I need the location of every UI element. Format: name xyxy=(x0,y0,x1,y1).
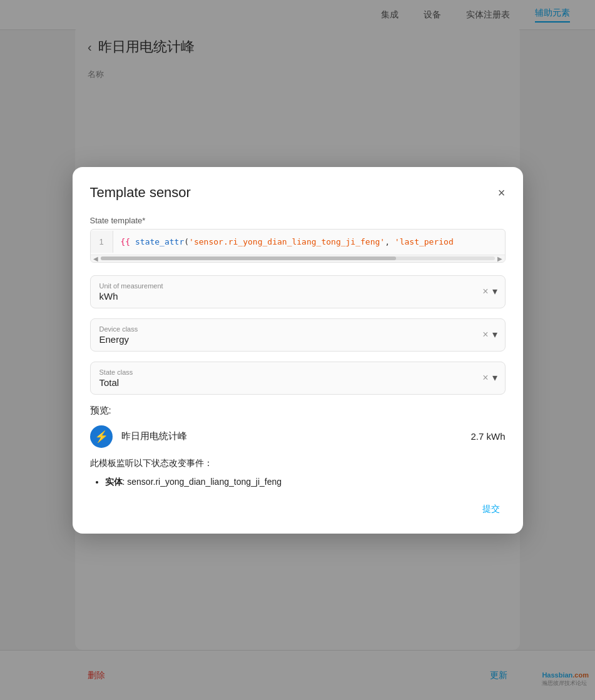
modal-title: Template sensor xyxy=(90,184,191,200)
state-class-dropdown-arrow-icon[interactable]: ▾ xyxy=(492,372,497,383)
scroll-track xyxy=(101,256,495,260)
modal-footer: 提交 xyxy=(90,500,506,519)
listener-entity-bold: 实体 xyxy=(105,476,123,486)
preview-row: ⚡ 昨日用电统计峰 2.7 kWh xyxy=(90,425,506,447)
state-template-editor[interactable]: 1 {{ state_attr('sensor.ri_yong_dian_lia… xyxy=(90,228,506,262)
device-class-field[interactable]: Device class Energy × ▾ xyxy=(90,318,506,351)
unit-dropdown-arrow-icon[interactable]: ▾ xyxy=(492,285,497,297)
code-brace-open: {{ xyxy=(121,237,131,246)
device-class-controls: × ▾ xyxy=(482,328,497,340)
unit-of-measurement-field[interactable]: Unit of measurement kWh × ▾ xyxy=(90,275,506,308)
unit-of-measurement-value: kWh xyxy=(99,290,496,301)
code-paren: ( xyxy=(184,237,189,246)
scroll-thumb xyxy=(101,256,397,260)
preview-label: 预览: xyxy=(90,404,506,416)
unit-of-measurement-label: Unit of measurement xyxy=(99,282,496,289)
state-class-label: State class xyxy=(99,368,496,375)
device-class-value: Energy xyxy=(99,333,496,344)
code-function: state_attr xyxy=(135,237,184,246)
state-class-field[interactable]: State class Total × ▾ xyxy=(90,361,506,394)
code-arg2: 'last_period xyxy=(395,237,454,246)
state-template-label: State template* xyxy=(90,215,506,225)
code-scrollbar[interactable]: ◀ ▶ xyxy=(91,254,505,261)
modal-close-button[interactable]: × xyxy=(498,186,506,198)
preview-entity-value: 2.7 kWh xyxy=(470,431,505,442)
state-class-controls: × ▾ xyxy=(482,372,497,383)
device-class-clear-icon[interactable]: × xyxy=(482,329,488,340)
template-sensor-modal: Template sensor × State template* 1 {{ s… xyxy=(73,166,523,533)
code-comma: , xyxy=(385,237,395,246)
listener-entity-value: : sensor.ri_yong_dian_liang_tong_ji_feng xyxy=(123,476,282,486)
state-class-clear-icon[interactable]: × xyxy=(482,372,488,383)
line-number: 1 xyxy=(91,231,113,253)
device-class-dropdown-arrow-icon[interactable]: ▾ xyxy=(492,328,497,340)
listener-list: 实体: sensor.ri_yong_dian_liang_tong_ji_fe… xyxy=(90,474,506,489)
listener-item: 实体: sensor.ri_yong_dian_liang_tong_ji_fe… xyxy=(105,474,506,489)
device-class-label: Device class xyxy=(99,325,496,332)
preview-entity-name: 昨日用电统计峰 xyxy=(121,430,462,442)
modal-header: Template sensor × xyxy=(90,184,506,200)
unit-dropdown-controls: × ▾ xyxy=(482,285,497,297)
unit-clear-icon[interactable]: × xyxy=(482,286,488,297)
listener-text: 此模板监听以下状态改变事件： xyxy=(90,457,506,469)
code-arg1: 'sensor.ri_yong_dian_liang_tong_ji_feng' xyxy=(189,237,385,246)
scroll-left-icon[interactable]: ◀ xyxy=(93,255,98,261)
code-line-1: 1 {{ state_attr('sensor.ri_yong_dian_lia… xyxy=(91,229,505,254)
energy-icon: ⚡ xyxy=(90,425,113,447)
submit-button[interactable]: 提交 xyxy=(477,500,506,519)
state-class-value: Total xyxy=(99,377,496,387)
scroll-right-icon[interactable]: ▶ xyxy=(497,255,502,261)
code-content: {{ state_attr('sensor.ri_yong_dian_liang… xyxy=(113,231,461,253)
bolt-icon: ⚡ xyxy=(94,429,108,443)
